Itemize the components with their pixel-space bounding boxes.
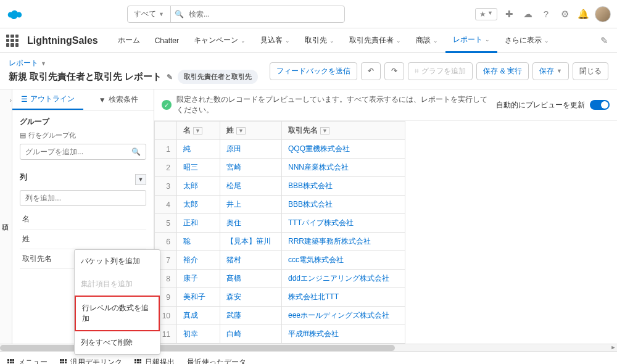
table-row: 2昭三宮崎NNN産業株式会社 — [155, 159, 405, 177]
table-header[interactable]: 姓▼ — [220, 122, 282, 140]
menu-add-row-formula[interactable]: 行レベルの数式を追加 — [75, 296, 160, 331]
table-cell[interactable]: 髙橋 — [220, 270, 282, 288]
table-cell[interactable]: 裕介 — [177, 251, 220, 270]
table-cell[interactable]: BBB株式会社 — [282, 177, 405, 196]
add-column-input[interactable] — [20, 190, 146, 206]
breadcrumb[interactable]: レポート ▼ — [9, 58, 258, 68]
table-cell[interactable]: 株式会社北TTT — [282, 288, 405, 307]
chevron-right-icon: › — [10, 94, 12, 106]
save-run-button[interactable]: 保存 & 実行 — [476, 62, 529, 80]
table-cell[interactable]: RRR建築事務所株式会社 — [282, 233, 405, 251]
columns-menu-button[interactable]: ▼ — [135, 174, 146, 185]
setup-icon[interactable]: ⚙ — [558, 7, 571, 21]
chart-icon: ⌗ — [415, 67, 419, 75]
table-cell[interactable]: 宮崎 — [220, 159, 282, 177]
footer-daily-report[interactable]: 日報提出 — [135, 357, 175, 364]
group-rows-label: ▤行をグループ化 — [20, 131, 146, 140]
table-cell[interactable]: 井上 — [220, 196, 282, 214]
column-item[interactable]: 名 — [20, 210, 146, 230]
table-cell[interactable]: 原田 — [220, 140, 282, 159]
table-cell[interactable]: 太郎 — [177, 177, 220, 196]
trailhead-icon[interactable]: ☁ — [521, 7, 534, 21]
nav-item-7[interactable]: レポート⌄ — [445, 28, 497, 53]
avatar[interactable] — [595, 6, 611, 22]
table-header[interactable]: 名▼ — [177, 122, 220, 140]
table-cell[interactable]: QQQ重機株式会社 — [282, 140, 405, 159]
help-icon[interactable]: ? — [539, 7, 553, 21]
search-scope-dropdown[interactable]: すべて▼ — [128, 6, 171, 22]
table-cell[interactable]: 真成 — [177, 307, 220, 325]
notification-icon[interactable]: 🔔 — [576, 7, 590, 21]
nav-item-8[interactable]: さらに表示⌄ — [497, 28, 557, 53]
preview-message: 限定された数のレコードをプレビューしています。すべて表示するには、レポートを実行… — [176, 94, 491, 115]
rows-icon: ▤ — [20, 131, 26, 139]
table-cell[interactable]: 武藤 — [220, 307, 282, 325]
fields-side-tab[interactable]: › 項目 — [0, 89, 12, 344]
table-header[interactable]: 取引先名▼ — [282, 122, 405, 140]
menu-delete-all-columns[interactable]: 列をすべて削除 — [75, 331, 160, 354]
table-cell[interactable]: 正和 — [177, 214, 220, 233]
footer-menu[interactable]: メニュー — [7, 357, 48, 364]
table-row: 5正和奥住TTTパイプ株式会社 — [155, 214, 405, 233]
edit-title-icon[interactable]: ✎ — [167, 73, 173, 81]
feedback-button[interactable]: フィードバックを送信 — [270, 62, 357, 80]
close-button[interactable]: 閉じる — [573, 62, 608, 80]
table-cell[interactable]: NNN産業株式会社 — [282, 159, 405, 177]
edit-nav-icon[interactable]: ✎ — [597, 34, 611, 48]
tab-filter[interactable]: ▼ 検索条件 — [83, 89, 154, 110]
redo-button[interactable]: ↷ — [384, 62, 404, 80]
table-row: 11初幸白崎平成fff株式会社 — [155, 325, 405, 344]
table-cell[interactable]: ccc電気株式会社 — [282, 251, 405, 270]
add-icon[interactable]: ✚ — [502, 7, 516, 21]
table-cell[interactable]: 初幸 — [177, 325, 220, 344]
table-cell[interactable]: dddエンジニアリング株式会社 — [282, 270, 405, 288]
footer-recent-data[interactable]: 最近使ったデータ — [187, 357, 246, 364]
table-cell[interactable]: 康子 — [177, 270, 220, 288]
table-cell[interactable]: 昭三 — [177, 159, 220, 177]
favorites-button[interactable]: ★▼ — [475, 8, 497, 20]
table-cell[interactable]: 奥住 — [220, 214, 282, 233]
table-cell[interactable]: 純 — [177, 140, 220, 159]
nav-item-0[interactable]: ホーム — [110, 28, 147, 53]
table-cell[interactable]: 猪村 — [220, 251, 282, 270]
table-row: 4太郎井上BBB株式会社 — [155, 196, 405, 214]
menu-add-summary: 集計項目を追加 — [75, 273, 160, 296]
table-cell[interactable]: 太郎 — [177, 196, 220, 214]
nav-item-3[interactable]: 見込客⌄ — [253, 28, 297, 53]
add-chart-button[interactable]: ⌗グラフを追加 — [408, 62, 473, 80]
table-cell[interactable]: 松尾 — [220, 177, 282, 196]
table-cell[interactable]: 森安 — [220, 288, 282, 307]
nav-item-2[interactable]: キャンペーン⌄ — [186, 28, 253, 53]
add-group-input[interactable]: 🔍 — [20, 144, 146, 160]
tab-outline[interactable]: ☰ アウトライン — [12, 89, 83, 110]
undo-button[interactable]: ↶ — [361, 62, 381, 80]
menu-add-bucket[interactable]: バケット列を追加 — [75, 250, 160, 273]
nav-item-4[interactable]: 取引先⌄ — [297, 28, 342, 53]
table-row: 6聡【見本】笹川RRR建築事務所株式会社 — [155, 233, 405, 251]
table-row: 9美和子森安株式会社北TTT — [155, 288, 405, 307]
column-item[interactable]: 姓 — [20, 230, 146, 249]
app-name: LightningSales — [27, 35, 98, 46]
footer-demo-link[interactable]: 汎用デモリンク — [60, 357, 122, 364]
columns-dropdown-menu: バケット列を追加 集計項目を追加 行レベルの数式を追加 列をすべて削除 — [74, 249, 160, 355]
global-search[interactable]: すべて▼ 🔍 — [127, 6, 345, 23]
table-row: 3太郎松尾BBB株式会社 — [155, 177, 405, 196]
table-cell[interactable]: 【見本】笹川 — [220, 233, 282, 251]
save-button[interactable]: 保存 ▼ — [532, 62, 569, 80]
search-icon: 🔍 — [175, 10, 184, 19]
table-cell[interactable]: eeeホールディングズ株式会社 — [282, 307, 405, 325]
nav-item-6[interactable]: 商談⌄ — [408, 28, 445, 53]
app-launcher-icon[interactable] — [6, 35, 19, 47]
table-row: 1純原田QQQ重機株式会社 — [155, 140, 405, 159]
columns-section-title: 列 — [20, 172, 27, 183]
nav-item-5[interactable]: 取引先責任者⌄ — [342, 28, 408, 53]
table-cell[interactable]: 平成fff株式会社 — [282, 325, 405, 344]
nav-item-1[interactable]: Chatter — [147, 28, 186, 53]
table-cell[interactable]: TTTパイプ株式会社 — [282, 214, 405, 233]
table-cell[interactable]: 美和子 — [177, 288, 220, 307]
table-cell[interactable]: BBB株式会社 — [282, 196, 405, 214]
search-input[interactable] — [184, 10, 344, 19]
auto-preview-toggle[interactable] — [590, 100, 610, 110]
table-cell[interactable]: 白崎 — [220, 325, 282, 344]
table-cell[interactable]: 聡 — [177, 233, 220, 251]
